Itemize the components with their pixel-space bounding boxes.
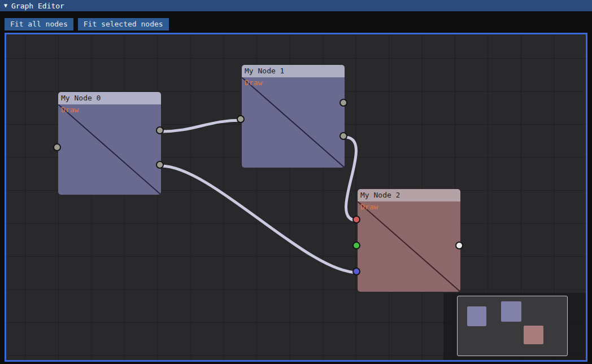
pin-input-green[interactable] bbox=[352, 242, 360, 249]
link-2[interactable] bbox=[345, 137, 358, 221]
pin-output-white[interactable] bbox=[455, 242, 463, 249]
link-1[interactable] bbox=[161, 166, 358, 273]
node-my-node-0[interactable]: My Node 0Draw bbox=[58, 92, 161, 195]
window-title: Graph Editor bbox=[11, 2, 64, 10]
node-titlebar[interactable]: My Node 2 bbox=[358, 189, 460, 201]
graph-grid[interactable]: My Node 0DrawMy Node 1DrawMy Node 2Draw bbox=[6, 34, 586, 360]
node-draw-label: Draw bbox=[61, 106, 79, 114]
minimap-node-1[interactable] bbox=[501, 301, 521, 322]
collapse-arrow-icon[interactable]: ▼ bbox=[4, 3, 7, 8]
node-my-node-2[interactable]: My Node 2Draw bbox=[358, 189, 460, 292]
node-title: My Node 1 bbox=[245, 67, 284, 75]
pin-output-2[interactable] bbox=[339, 132, 347, 140]
node-draw-canvas bbox=[58, 104, 161, 195]
node-draw-canvas bbox=[242, 77, 345, 168]
node-title: My Node 2 bbox=[360, 191, 400, 199]
pin-output-1[interactable] bbox=[339, 99, 347, 107]
pin-input[interactable] bbox=[53, 143, 61, 151]
pin-output-2[interactable] bbox=[156, 161, 164, 169]
node-body[interactable]: Draw bbox=[242, 77, 345, 168]
node-my-node-1[interactable]: My Node 1Draw bbox=[242, 65, 345, 168]
node-body[interactable]: Draw bbox=[58, 104, 161, 195]
node-draw-label: Draw bbox=[245, 78, 262, 87]
fit-all-nodes-button[interactable]: Fit all nodes bbox=[5, 18, 73, 30]
pin-input[interactable] bbox=[237, 115, 245, 123]
node-title: My Node 0 bbox=[61, 94, 101, 102]
minimap-node-2[interactable] bbox=[524, 326, 543, 344]
toolbar: Fit all nodes Fit selected nodes bbox=[5, 18, 169, 30]
window-titlebar[interactable]: ▼ Graph Editor bbox=[0, 0, 592, 11]
pin-output-1[interactable] bbox=[156, 126, 164, 134]
node-draw-canvas bbox=[358, 201, 460, 292]
node-titlebar[interactable]: My Node 1 bbox=[242, 65, 345, 77]
pin-input-blue[interactable] bbox=[352, 267, 360, 275]
link-0[interactable] bbox=[161, 120, 242, 131]
fit-selected-nodes-button[interactable]: Fit selected nodes bbox=[78, 18, 169, 30]
minimap-node-0[interactable] bbox=[467, 306, 486, 326]
node-body[interactable]: Draw bbox=[358, 201, 460, 292]
node-titlebar[interactable]: My Node 0 bbox=[58, 92, 161, 104]
node-draw-label: Draw bbox=[360, 203, 378, 211]
pin-input-red[interactable] bbox=[352, 216, 360, 223]
graph-canvas[interactable]: My Node 0DrawMy Node 1DrawMy Node 2Draw bbox=[5, 33, 587, 362]
